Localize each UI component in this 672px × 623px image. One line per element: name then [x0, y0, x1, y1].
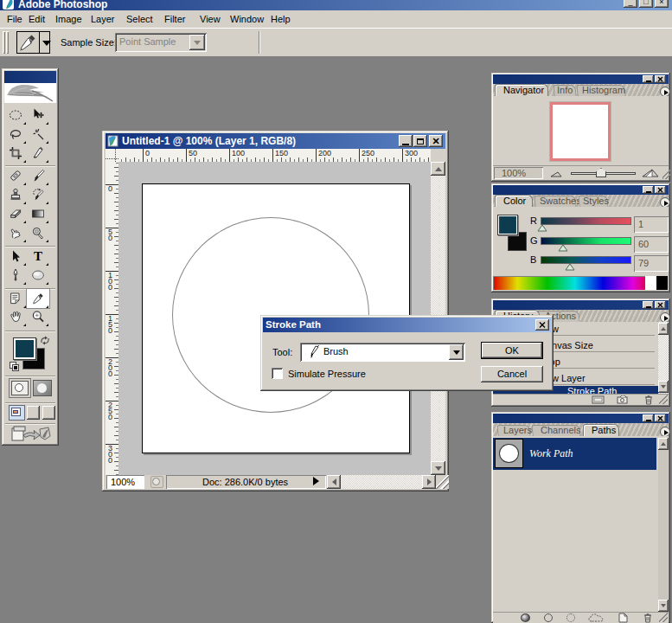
svg-text:T: T	[34, 249, 42, 263]
